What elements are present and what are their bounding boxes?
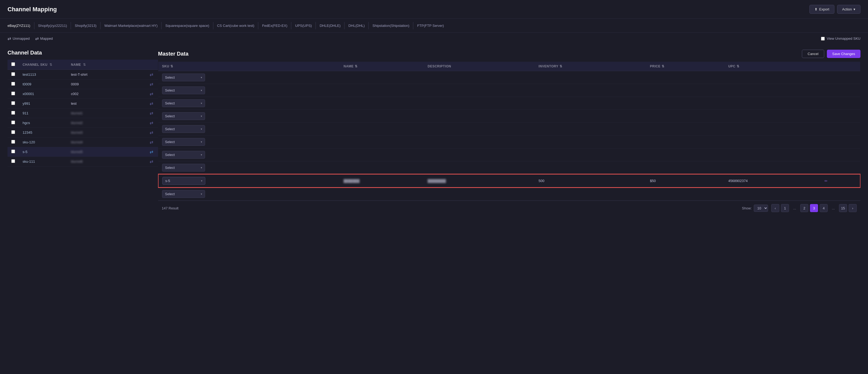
master-select-cell: Select ▾ [158,136,821,148]
save-changes-button[interactable]: Save Changes [827,50,861,58]
chevron-down-icon: ▾ [201,140,202,143]
mapping-arrow-cell-8: ⇄ [145,147,158,157]
channel-name: 0009 [71,82,79,86]
mapping-icon-3[interactable]: ⇄ [148,101,155,106]
row-checkbox[interactable] [11,111,15,115]
tab-item-1[interactable]: Shopify(zyz22211) [34,22,71,29]
master-edit-cell [821,136,860,148]
row-checkbox[interactable] [11,101,15,105]
tab-item-5[interactable]: CS Cart(cube work test) [213,22,258,29]
master-edit-cell [821,188,860,201]
row-checkbox[interactable] [11,72,15,76]
row-checkbox[interactable] [11,121,15,124]
channel-sku-cell: 911 [19,108,67,118]
sku-select[interactable]: Select ▾ [162,125,205,133]
chevron-down-icon: ▾ [201,76,202,79]
sort-icon: ⇅ [355,64,358,68]
row-checkbox-cell [7,108,19,118]
tab-item-2[interactable]: Shopify(3213) [71,22,100,29]
channel-row-5: hgcs blurred2 ⇄ [7,118,158,128]
channel-name-cell: blurred1 [67,108,145,118]
mapping-icon-4[interactable]: ⇄ [148,111,155,115]
mapping-icon-1[interactable]: ⇄ [148,82,155,87]
select-all-checkbox[interactable] [11,62,15,66]
page-2-button[interactable]: 2 [800,204,808,212]
page-4-button[interactable]: 4 [819,204,828,212]
row-checkbox[interactable] [11,149,15,153]
tabs-bar: eBay(ZYZ111)Shopify(zyz22211)Shopify(321… [0,19,868,33]
channel-sku-cell: sku-120 [19,137,67,147]
channel-sku-cell: sku-111 [19,157,67,166]
master-name-header[interactable]: NAME ⇅ [340,62,424,71]
sku-select[interactable]: Select ▾ [162,112,205,120]
blurred-name: blurred6 [71,160,83,164]
tab-item-11[interactable]: FTP(FTP Server) [413,22,447,29]
unmapped-icon: ⇄ [7,36,11,41]
tab-item-4[interactable]: Squarespace(square space) [161,22,213,29]
channel-row-8: s-5 blurred5 ⇄ [7,147,158,157]
row-checkbox[interactable] [11,140,15,144]
channel-sku-header[interactable]: CHANNEL SKU ⇅ [19,60,67,70]
mapping-icon-0[interactable]: ⇄ [148,72,155,77]
master-price-header[interactable]: PRICE ⇅ [646,62,724,71]
tab-item-8[interactable]: DHLE(DHLE) [316,22,344,29]
view-unmapped-checkbox[interactable] [821,37,825,40]
tab-item-3[interactable]: Walmart Marketplace(walmart HY) [100,22,161,29]
mapping-arrow-cell-0: ⇄ [145,70,158,79]
cancel-button[interactable]: Cancel [802,50,824,58]
mapping-arrow-cell-5: ⇄ [145,118,158,128]
mapping-icon-5[interactable]: ⇄ [148,121,155,125]
page-15-button[interactable]: 15 [839,204,847,212]
master-inventory-header[interactable]: INVENTORY ⇅ [535,62,646,71]
channel-name-cell: c002 [67,89,145,99]
channel-row-9: sku-111 blurred6 ⇄ [7,157,158,166]
sku-select[interactable]: Select ▾ [162,74,205,81]
mapping-icon-7[interactable]: ⇄ [148,140,155,144]
channel-name-cell: blurred6 [67,157,145,166]
action-button[interactable]: Action ▾ [837,5,861,14]
sort-icon: ⇅ [662,64,664,68]
tab-item-9[interactable]: DHL(DHL) [344,22,369,29]
prev-page-button[interactable]: ‹ [771,204,779,212]
master-row-2: Select ▾ [158,97,860,110]
tab-item-7[interactable]: UPS(UPS) [291,22,316,29]
tab-item-6[interactable]: FedEx(FED-EX) [258,22,291,29]
master-row-6: Select ▾ [158,148,860,161]
sku-select[interactable]: Select ▾ [162,138,205,146]
row-checkbox[interactable] [11,92,15,95]
page-3-button[interactable]: 3 [810,204,818,212]
mapping-icon-8[interactable]: ⇄ [148,149,155,154]
master-edit-cell: ✏ [821,174,860,188]
sku-select[interactable]: Select ▾ [162,164,205,172]
per-page-select[interactable]: 10 25 50 [754,205,768,212]
mapping-icon-6[interactable]: ⇄ [148,130,155,135]
channel-name: c002 [71,92,79,96]
row-checkbox[interactable] [11,82,15,86]
master-upc-header[interactable]: UPC ⇅ [724,62,821,71]
sku-select[interactable]: Select ▾ [162,151,205,159]
mapping-icon-2[interactable]: ⇄ [148,92,155,96]
tab-item-10[interactable]: Shipstation(Shipstation) [369,22,413,29]
sku-select[interactable]: Select ▾ [162,99,205,107]
master-select-cell: Select ▾ [158,188,821,201]
master-sku-header[interactable]: SKU ⇅ [158,62,340,71]
sku-select[interactable]: Select ▾ [162,87,205,94]
export-button[interactable]: ⬆ Export [809,5,834,14]
row-checkbox[interactable] [11,130,15,134]
row-checkbox-cell [7,147,19,157]
legend-bar: ⇄ Unmapped ⇄ Mapped View Unmapped SKU [0,33,868,44]
tab-item-0[interactable]: eBay(ZYZ111) [7,22,34,29]
sku-select[interactable]: s-5 ▾ [162,177,205,185]
row-checkbox[interactable] [11,159,15,163]
edit-icon[interactable]: ✏ [825,179,828,183]
main-content: Channel Data CHANNEL SKU ⇅ NAME ⇅ [0,44,868,221]
master-action-header [821,62,860,71]
page-1-button[interactable]: 1 [781,204,789,212]
mapping-icon-9[interactable]: ⇄ [148,159,155,164]
master-edit-cell [821,161,860,174]
next-page-button[interactable]: › [849,204,857,212]
master-row-9: Select ▾ [158,188,860,201]
channel-name-header[interactable]: NAME ⇅ [67,60,145,70]
blurred-name: blurred4 [71,140,83,144]
sku-select[interactable]: Select ▾ [162,190,205,198]
